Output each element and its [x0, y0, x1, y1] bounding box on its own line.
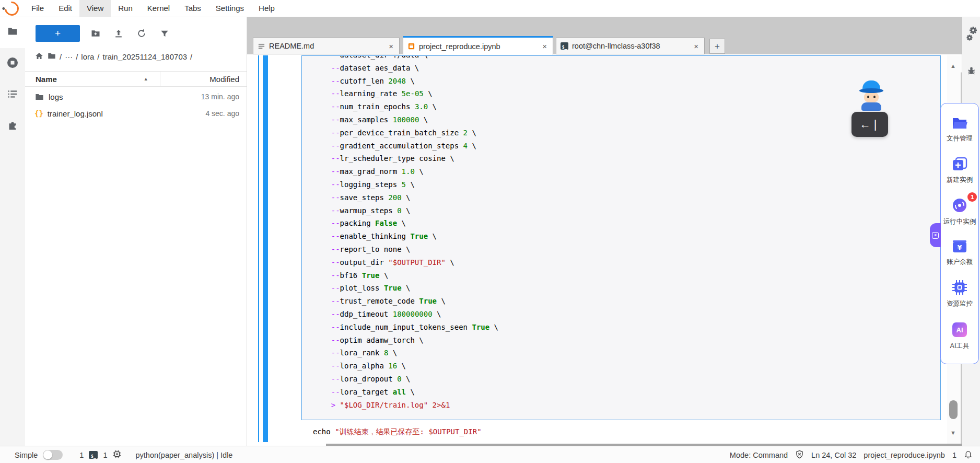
upload-button[interactable]: [112, 27, 125, 40]
tab-project-reproduce[interactable]: project_reproduce.ipynb ×: [403, 36, 553, 55]
svg-text:AI: AI: [956, 326, 963, 334]
menu-view[interactable]: View: [79, 0, 111, 17]
scroll-up-icon[interactable]: ▲: [950, 63, 956, 69]
menu-run[interactable]: Run: [111, 0, 140, 17]
file-name: trainer_log.jsonl: [48, 109, 103, 118]
tab-readme[interactable]: README.md ×: [253, 38, 400, 54]
breadcrumb: / ··· / lora / train_20251124_180703 /: [34, 50, 192, 63]
terminal-icon: $_: [561, 42, 568, 50]
terminals-count[interactable]: 1: [79, 451, 84, 459]
file-row-trainer-log[interactable]: {} trainer_log.jsonl 4 sec. ago: [25, 106, 247, 121]
new-instance-icon: [952, 157, 967, 173]
new-tab-button[interactable]: +: [709, 39, 725, 54]
tab-label: project_reproduce.ipynb: [419, 42, 500, 51]
column-modified[interactable]: Modified: [209, 75, 239, 84]
assistant-avatar: [858, 79, 885, 113]
notifications-count: 1: [952, 451, 956, 459]
terminal-icon: $_: [89, 451, 98, 459]
breadcrumb-dir-lora[interactable]: lora: [81, 52, 94, 61]
cursor-position[interactable]: Ln 24, Col 32: [811, 451, 856, 459]
echo-code-line[interactable]: echo "训练结束，结果已保存至: $OUTPUT_DIR": [313, 427, 482, 437]
running-count-badge: 1: [967, 192, 977, 202]
sidebar-tab-filebrowser[interactable]: [0, 17, 25, 48]
status-bar: Simple 1 $_ 1 python(paper_analysis) | I…: [0, 446, 980, 463]
breadcrumb-root[interactable]: /: [60, 52, 62, 61]
filter-icon[interactable]: [158, 27, 171, 40]
svg-text:¥: ¥: [957, 244, 962, 251]
scrollbar-thumb[interactable]: [949, 400, 958, 419]
file-browser-panel: + / ··· / lora / train_20251124_180703: [25, 17, 247, 446]
cell-collapser[interactable]: [263, 55, 268, 442]
panel-item-running-instances[interactable]: 1 运行中实例: [943, 198, 976, 226]
file-row-logs[interactable]: logs 13 min. ago: [25, 89, 247, 105]
bell-icon[interactable]: [964, 450, 973, 460]
mode-indicator[interactable]: Mode: Command: [730, 451, 788, 459]
file-modified: 13 min. ago: [201, 92, 239, 101]
sidebar-tab-toc[interactable]: [0, 79, 25, 111]
close-icon[interactable]: ×: [541, 42, 549, 51]
new-launcher-button[interactable]: +: [36, 25, 80, 42]
simple-mode-toggle[interactable]: [43, 450, 63, 460]
panel-item-file-manager[interactable]: 文件管理: [947, 117, 973, 143]
chip-icon: [952, 280, 967, 297]
code-cell-editor[interactable]: --dataset_dir ./data \ --dataset aes_dat…: [301, 55, 941, 420]
refresh-button[interactable]: [135, 27, 148, 40]
tab-label: README.md: [269, 42, 314, 50]
panel-item-resource-monitor[interactable]: 资源监控: [947, 280, 973, 308]
cell-focus-line: [258, 55, 259, 442]
panel-collapse-tab[interactable]: <: [930, 223, 941, 247]
breadcrumb-trailing: /: [190, 52, 192, 61]
scroll-down-icon[interactable]: ▼: [950, 430, 956, 436]
column-name[interactable]: Name: [36, 75, 57, 84]
kernel-status-text[interactable]: python(paper_analysis) | Idle: [135, 451, 232, 459]
sidebar-tab-running[interactable]: [0, 48, 25, 79]
menu-settings[interactable]: Settings: [208, 0, 251, 17]
panel-item-new-instance[interactable]: 新建实例: [947, 157, 973, 184]
panel-item-account-balance[interactable]: ¥ 账户余额: [947, 240, 973, 267]
file-name: logs: [49, 92, 63, 101]
assistant-widget: ←❘: [851, 79, 893, 138]
breadcrumb-dir-train[interactable]: train_20251124_180703: [103, 52, 188, 61]
json-icon: {}: [34, 109, 43, 118]
menu-tabs[interactable]: Tabs: [177, 0, 208, 17]
left-activity-bar: [0, 17, 26, 446]
trust-shield-icon[interactable]: [795, 450, 804, 460]
debugger-sidebar-icon[interactable]: [966, 66, 976, 78]
menu-help[interactable]: Help: [251, 0, 282, 17]
new-folder-button[interactable]: [89, 27, 102, 40]
balance-yuan-icon: ¥: [952, 240, 967, 256]
active-file-name[interactable]: project_reproduce.ipynb: [864, 451, 945, 459]
table-of-contents-icon: [7, 88, 18, 102]
puzzle-icon: [7, 120, 18, 133]
app-logo-icon: [2, 0, 21, 18]
running-instance-icon: [952, 198, 967, 215]
blue-folder-icon: [952, 117, 967, 132]
collapse-right-icon: <: [932, 232, 939, 239]
tab-terminal[interactable]: $_ root@chn-llmclass-a30f38 ×: [556, 38, 705, 54]
breadcrumb-folder-icon[interactable]: [47, 51, 56, 62]
sort-asc-icon[interactable]: ▲: [144, 76, 148, 82]
tab-label: root@chn-llmclass-a30f38: [572, 42, 660, 50]
kernels-count[interactable]: 1: [103, 451, 107, 459]
jupyterlab-window: File Edit View Run Kernel Tabs Settings …: [0, 0, 980, 463]
panel-item-ai-tools[interactable]: AI AI工具: [950, 322, 970, 351]
running-kernels-icon: [6, 56, 19, 71]
ai-tools-icon: AI: [952, 322, 967, 340]
home-icon[interactable]: [34, 51, 44, 62]
breadcrumb-separator-2: /: [97, 52, 99, 61]
close-icon[interactable]: ×: [692, 42, 700, 51]
folder-icon: [34, 92, 44, 102]
code-lines: --dataset_dir ./data \ --dataset aes_dat…: [302, 55, 940, 411]
property-inspector-gears-icon[interactable]: [965, 25, 978, 45]
menu-edit[interactable]: Edit: [51, 0, 79, 17]
assistant-collapse-button[interactable]: ←❘: [851, 112, 888, 137]
close-icon[interactable]: ×: [387, 42, 395, 51]
menu-bar: File Edit View Run Kernel Tabs Settings …: [0, 0, 980, 17]
file-list-header: Name ▲ Modified: [25, 71, 247, 87]
breadcrumb-separator: /: [76, 52, 78, 61]
sidebar-tab-extensions[interactable]: [0, 111, 25, 142]
simple-mode-label: Simple: [15, 451, 38, 459]
breadcrumb-ellipsis[interactable]: ···: [65, 52, 73, 61]
menu-kernel[interactable]: Kernel: [140, 0, 177, 17]
menu-file[interactable]: File: [24, 0, 51, 17]
